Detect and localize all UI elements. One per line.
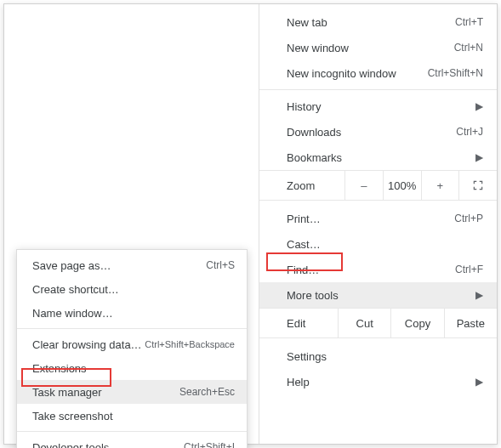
menu-new-window[interactable]: New window Ctrl+N — [259, 35, 497, 60]
submenu-extensions-label: Extensions — [32, 362, 235, 375]
screenshot-frame: New tab Ctrl+T New window Ctrl+N New inc… — [3, 3, 498, 445]
menu-print-label: Print… — [287, 213, 454, 225]
submenu-clear-browsing-data[interactable]: Clear browsing data… Ctrl+Shift+Backspac… — [17, 332, 247, 356]
menu-history[interactable]: History ▶ — [259, 94, 497, 119]
edit-cut-button[interactable]: Cut — [338, 309, 390, 337]
menu-find[interactable]: Find… Ctrl+F — [259, 257, 497, 282]
chevron-right-icon: ▶ — [475, 376, 483, 388]
chevron-right-icon: ▶ — [475, 100, 483, 112]
menu-new-incognito-shortcut: Ctrl+Shift+N — [428, 67, 483, 79]
menu-new-tab-shortcut: Ctrl+T — [455, 16, 483, 28]
submenu-developer-tools[interactable]: Developer tools Ctrl+Shift+I — [17, 435, 247, 448]
submenu-extensions[interactable]: Extensions — [17, 356, 247, 380]
menu-cast[interactable]: Cast… — [259, 231, 497, 257]
menu-new-incognito-label: New incognito window — [287, 67, 428, 80]
submenu-clear-browsing-shortcut: Ctrl+Shift+Backspace — [145, 339, 235, 349]
more-tools-submenu: Save page as… Ctrl+S Create shortcut… Na… — [16, 249, 248, 448]
submenu-clear-browsing-label: Clear browsing data… — [32, 338, 145, 351]
menu-more-tools-label: More tools — [287, 289, 475, 302]
menu-zoom-row: Zoom – 100% + — [259, 170, 497, 201]
submenu-task-manager-shortcut: Search+Esc — [179, 386, 235, 398]
submenu-developer-tools-label: Developer tools — [32, 441, 184, 449]
menu-downloads[interactable]: Downloads Ctrl+J — [259, 119, 497, 145]
menu-downloads-shortcut: Ctrl+J — [456, 126, 483, 138]
menu-bookmarks-label: Bookmarks — [287, 151, 475, 164]
fullscreen-button[interactable] — [458, 171, 497, 200]
submenu-save-page[interactable]: Save page as… Ctrl+S — [17, 253, 247, 277]
separator — [259, 89, 497, 90]
submenu-save-page-shortcut: Ctrl+S — [206, 259, 235, 271]
zoom-out-button[interactable]: – — [344, 171, 383, 200]
edit-copy-button[interactable]: Copy — [390, 309, 443, 337]
submenu-take-screenshot-label: Take screenshot — [32, 410, 235, 422]
menu-more-tools[interactable]: More tools ▶ — [259, 282, 497, 308]
submenu-task-manager[interactable]: Task manager Search+Esc — [17, 380, 247, 404]
zoom-in-button[interactable]: + — [421, 171, 459, 200]
menu-cast-label: Cast… — [287, 238, 483, 251]
menu-downloads-label: Downloads — [287, 126, 456, 139]
menu-settings-label: Settings — [287, 350, 483, 363]
chevron-right-icon: ▶ — [475, 289, 483, 301]
menu-bookmarks[interactable]: Bookmarks ▶ — [259, 145, 497, 170]
separator — [17, 431, 247, 432]
menu-new-incognito[interactable]: New incognito window Ctrl+Shift+N — [259, 60, 497, 86]
menu-settings[interactable]: Settings — [259, 343, 497, 369]
menu-help-label: Help — [287, 376, 475, 388]
submenu-task-manager-label: Task manager — [32, 386, 179, 399]
fullscreen-icon — [472, 179, 484, 191]
submenu-create-shortcut[interactable]: Create shortcut… — [17, 277, 247, 301]
chrome-main-menu: New tab Ctrl+T New window Ctrl+N New inc… — [259, 4, 497, 444]
menu-new-window-shortcut: Ctrl+N — [454, 42, 483, 54]
menu-zoom-label: Zoom — [259, 179, 344, 192]
menu-help[interactable]: Help ▶ — [259, 369, 497, 394]
submenu-developer-tools-shortcut: Ctrl+Shift+I — [184, 441, 235, 448]
chevron-right-icon: ▶ — [475, 151, 483, 163]
menu-new-window-label: New window — [287, 42, 454, 54]
zoom-value: 100% — [383, 171, 421, 200]
submenu-save-page-label: Save page as… — [32, 259, 206, 272]
menu-find-shortcut: Ctrl+F — [455, 264, 483, 275]
menu-find-label: Find… — [287, 264, 455, 276]
menu-new-tab-label: New tab — [287, 16, 455, 29]
menu-print[interactable]: Print… Ctrl+P — [259, 206, 497, 231]
separator — [17, 328, 247, 329]
menu-history-label: History — [287, 100, 475, 113]
edit-paste-button[interactable]: Paste — [444, 309, 497, 337]
menu-edit-label: Edit — [259, 317, 338, 330]
submenu-create-shortcut-label: Create shortcut… — [32, 283, 235, 296]
submenu-name-window[interactable]: Name window… — [17, 301, 247, 325]
submenu-name-window-label: Name window… — [32, 307, 235, 320]
submenu-take-screenshot[interactable]: Take screenshot — [17, 404, 247, 428]
menu-edit-row: Edit Cut Copy Paste — [259, 308, 497, 338]
menu-new-tab[interactable]: New tab Ctrl+T — [259, 9, 497, 35]
menu-print-shortcut: Ctrl+P — [454, 213, 483, 224]
